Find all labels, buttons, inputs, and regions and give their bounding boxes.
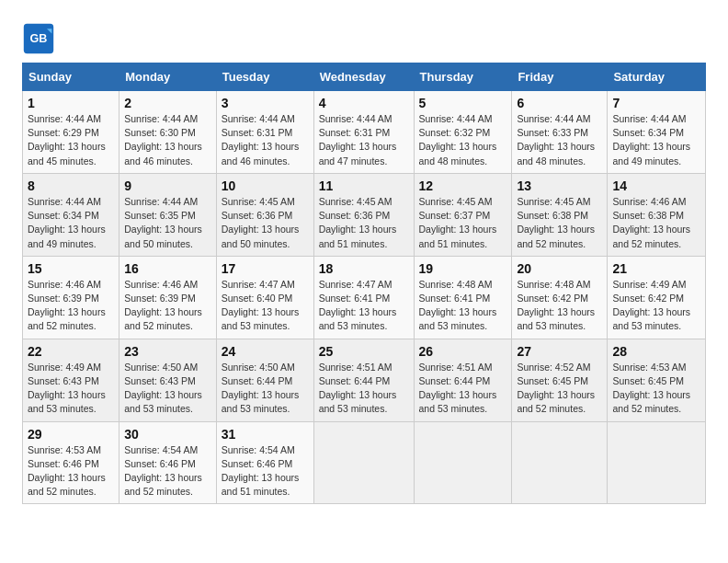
day-number: 11: [319, 178, 409, 193]
day-number: 22: [28, 344, 114, 359]
calendar-table: SundayMondayTuesdayWednesdayThursdayFrid…: [22, 63, 706, 504]
calendar-cell: 15 Sunrise: 4:46 AMSunset: 6:39 PMDaylig…: [23, 256, 119, 339]
day-detail: Sunrise: 4:47 AMSunset: 6:41 PMDaylight:…: [319, 279, 397, 332]
calendar-cell: 7 Sunrise: 4:44 AMSunset: 6:34 PMDayligh…: [608, 91, 706, 174]
calendar-cell: 25 Sunrise: 4:51 AMSunset: 6:44 PMDaylig…: [313, 339, 414, 421]
day-number: 15: [28, 261, 114, 276]
calendar-body: 1 Sunrise: 4:44 AMSunset: 6:29 PMDayligh…: [23, 91, 706, 504]
calendar-cell: 27 Sunrise: 4:52 AMSunset: 6:45 PMDaylig…: [512, 339, 608, 421]
calendar-cell: 31 Sunrise: 4:54 AMSunset: 6:46 PMDaylig…: [216, 421, 313, 504]
day-detail: Sunrise: 4:44 AMSunset: 6:34 PMDaylight:…: [28, 196, 106, 249]
day-number: 17: [222, 261, 309, 276]
day-detail: Sunrise: 4:48 AMSunset: 6:42 PMDaylight:…: [517, 279, 595, 332]
calendar-cell: 22 Sunrise: 4:49 AMSunset: 6:43 PMDaylig…: [23, 339, 119, 421]
calendar-cell: 17 Sunrise: 4:47 AMSunset: 6:40 PMDaylig…: [216, 256, 313, 339]
day-detail: Sunrise: 4:44 AMSunset: 6:30 PMDaylight:…: [124, 113, 202, 167]
header-cell-thursday: Thursday: [414, 63, 512, 91]
day-number: 28: [612, 344, 700, 359]
day-number: 19: [419, 261, 507, 276]
header-cell-sunday: Sunday: [23, 63, 119, 91]
calendar-cell: 12 Sunrise: 4:45 AMSunset: 6:37 PMDaylig…: [414, 173, 512, 256]
day-detail: Sunrise: 4:45 AMSunset: 6:38 PMDaylight:…: [517, 196, 595, 249]
day-number: 10: [222, 178, 309, 193]
day-number: 30: [124, 427, 211, 442]
day-number: 8: [28, 178, 114, 193]
day-number: 18: [319, 261, 409, 276]
day-detail: Sunrise: 4:49 AMSunset: 6:42 PMDaylight:…: [612, 279, 690, 332]
day-detail: Sunrise: 4:54 AMSunset: 6:46 PMDaylight:…: [124, 444, 202, 498]
svg-text:GB: GB: [30, 32, 48, 45]
day-detail: Sunrise: 4:44 AMSunset: 6:33 PMDaylight:…: [517, 113, 595, 167]
calendar-cell: 8 Sunrise: 4:44 AMSunset: 6:34 PMDayligh…: [23, 173, 119, 256]
day-number: 24: [222, 344, 309, 359]
calendar-cell: [414, 421, 512, 504]
day-detail: Sunrise: 4:54 AMSunset: 6:46 PMDaylight:…: [222, 444, 300, 498]
day-number: 29: [28, 427, 114, 442]
day-number: 4: [319, 96, 409, 110]
day-detail: Sunrise: 4:46 AMSunset: 6:39 PMDaylight:…: [124, 279, 202, 332]
day-number: 12: [419, 178, 507, 193]
calendar-week-3: 15 Sunrise: 4:46 AMSunset: 6:39 PMDaylig…: [23, 256, 706, 339]
calendar-cell: 19 Sunrise: 4:48 AMSunset: 6:41 PMDaylig…: [414, 256, 512, 339]
calendar-cell: [512, 421, 608, 504]
day-number: 5: [419, 96, 507, 110]
day-number: 27: [517, 344, 602, 359]
calendar-cell: 6 Sunrise: 4:44 AMSunset: 6:33 PMDayligh…: [512, 91, 608, 174]
day-detail: Sunrise: 4:50 AMSunset: 6:43 PMDaylight:…: [124, 362, 202, 415]
day-detail: Sunrise: 4:47 AMSunset: 6:40 PMDaylight:…: [222, 279, 300, 332]
day-number: 7: [612, 96, 700, 110]
calendar-cell: 29 Sunrise: 4:53 AMSunset: 6:46 PMDaylig…: [23, 421, 119, 504]
calendar-cell: 4 Sunrise: 4:44 AMSunset: 6:31 PMDayligh…: [313, 91, 414, 174]
day-number: 21: [612, 261, 700, 276]
day-detail: Sunrise: 4:48 AMSunset: 6:41 PMDaylight:…: [419, 279, 497, 332]
calendar-cell: 14 Sunrise: 4:46 AMSunset: 6:38 PMDaylig…: [608, 173, 706, 256]
calendar-week-2: 8 Sunrise: 4:44 AMSunset: 6:34 PMDayligh…: [23, 173, 706, 256]
calendar-cell: 18 Sunrise: 4:47 AMSunset: 6:41 PMDaylig…: [313, 256, 414, 339]
day-number: 23: [124, 344, 211, 359]
day-detail: Sunrise: 4:53 AMSunset: 6:46 PMDaylight:…: [28, 444, 106, 498]
calendar-week-1: 1 Sunrise: 4:44 AMSunset: 6:29 PMDayligh…: [23, 91, 706, 174]
calendar-cell: 2 Sunrise: 4:44 AMSunset: 6:30 PMDayligh…: [119, 91, 217, 174]
calendar-cell: 28 Sunrise: 4:53 AMSunset: 6:45 PMDaylig…: [608, 339, 706, 421]
day-number: 6: [517, 96, 602, 110]
calendar-cell: 11 Sunrise: 4:45 AMSunset: 6:36 PMDaylig…: [313, 173, 414, 256]
calendar-cell: 16 Sunrise: 4:46 AMSunset: 6:39 PMDaylig…: [119, 256, 217, 339]
day-detail: Sunrise: 4:45 AMSunset: 6:36 PMDaylight:…: [319, 196, 397, 249]
day-detail: Sunrise: 4:53 AMSunset: 6:45 PMDaylight:…: [612, 362, 690, 415]
calendar-week-4: 22 Sunrise: 4:49 AMSunset: 6:43 PMDaylig…: [23, 339, 706, 421]
day-number: 9: [124, 178, 211, 193]
day-number: 1: [28, 96, 114, 110]
day-detail: Sunrise: 4:45 AMSunset: 6:37 PMDaylight:…: [419, 196, 497, 249]
day-detail: Sunrise: 4:50 AMSunset: 6:44 PMDaylight:…: [222, 362, 300, 415]
calendar-cell: [313, 421, 414, 504]
day-detail: Sunrise: 4:49 AMSunset: 6:43 PMDaylight:…: [28, 362, 106, 415]
calendar-cell: 21 Sunrise: 4:49 AMSunset: 6:42 PMDaylig…: [608, 256, 706, 339]
calendar-week-5: 29 Sunrise: 4:53 AMSunset: 6:46 PMDaylig…: [23, 421, 706, 504]
day-detail: Sunrise: 4:44 AMSunset: 6:31 PMDaylight:…: [319, 113, 397, 167]
logo-icon: GB: [22, 22, 55, 55]
calendar-cell: 23 Sunrise: 4:50 AMSunset: 6:43 PMDaylig…: [119, 339, 217, 421]
day-detail: Sunrise: 4:44 AMSunset: 6:34 PMDaylight:…: [612, 113, 690, 167]
day-detail: Sunrise: 4:46 AMSunset: 6:39 PMDaylight:…: [28, 279, 106, 332]
calendar-cell: 24 Sunrise: 4:50 AMSunset: 6:44 PMDaylig…: [216, 339, 313, 421]
day-detail: Sunrise: 4:44 AMSunset: 6:32 PMDaylight:…: [419, 113, 497, 167]
calendar-cell: 9 Sunrise: 4:44 AMSunset: 6:35 PMDayligh…: [119, 173, 217, 256]
calendar-header-row: SundayMondayTuesdayWednesdayThursdayFrid…: [23, 63, 706, 91]
day-number: 13: [517, 178, 602, 193]
day-detail: Sunrise: 4:44 AMSunset: 6:31 PMDaylight:…: [222, 113, 300, 167]
calendar-cell: 30 Sunrise: 4:54 AMSunset: 6:46 PMDaylig…: [119, 421, 217, 504]
calendar-cell: 20 Sunrise: 4:48 AMSunset: 6:42 PMDaylig…: [512, 256, 608, 339]
logo: GB: [22, 22, 59, 55]
day-detail: Sunrise: 4:46 AMSunset: 6:38 PMDaylight:…: [612, 196, 690, 249]
day-detail: Sunrise: 4:45 AMSunset: 6:36 PMDaylight:…: [222, 196, 300, 249]
calendar-cell: 26 Sunrise: 4:51 AMSunset: 6:44 PMDaylig…: [414, 339, 512, 421]
page-header: GB: [22, 18, 706, 55]
day-detail: Sunrise: 4:51 AMSunset: 6:44 PMDaylight:…: [419, 362, 497, 415]
calendar-cell: [608, 421, 706, 504]
day-number: 16: [124, 261, 211, 276]
calendar-cell: 5 Sunrise: 4:44 AMSunset: 6:32 PMDayligh…: [414, 91, 512, 174]
calendar-cell: 13 Sunrise: 4:45 AMSunset: 6:38 PMDaylig…: [512, 173, 608, 256]
header-cell-wednesday: Wednesday: [313, 63, 414, 91]
day-detail: Sunrise: 4:44 AMSunset: 6:35 PMDaylight:…: [124, 196, 202, 249]
header-cell-monday: Monday: [119, 63, 217, 91]
